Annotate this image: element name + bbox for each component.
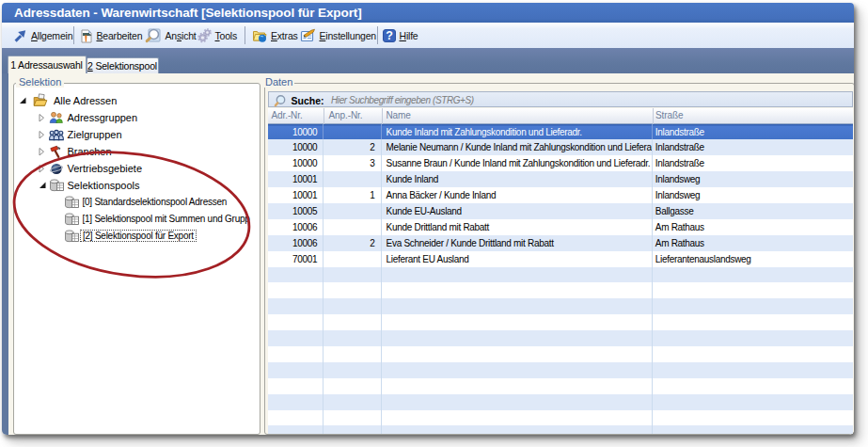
svg-text:?: ? — [386, 29, 392, 42]
